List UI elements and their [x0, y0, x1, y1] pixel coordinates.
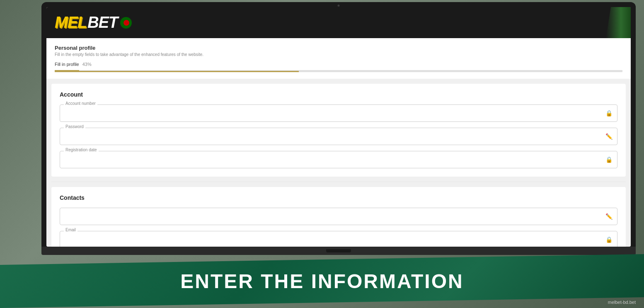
password-label: Password — [64, 124, 85, 129]
banner-text: ENTER THE INFORMATION — [180, 270, 463, 293]
lock-icon-registration: 🔒 — [605, 156, 613, 163]
laptop-base — [41, 247, 636, 255]
account-number-field: Account number 🔒 — [60, 104, 617, 122]
topbar: MEL BET — [46, 7, 631, 38]
contacts-section: Contacts ✏️ Email 🔒 ℹ — [51, 187, 626, 247]
tab-fill-profile[interactable]: Fill in profile — [55, 62, 79, 71]
laptop-screen-frame: MEL BET Personal profile Fill in the emp… — [41, 2, 636, 247]
laptop-notch — [326, 249, 351, 252]
camera-dot — [338, 5, 340, 7]
account-number-label: Account number — [64, 101, 97, 106]
registration-date-label: Registration date — [64, 148, 99, 152]
contact-field: ✏️ — [60, 208, 617, 225]
laptop-screen: MEL BET Personal profile Fill in the emp… — [46, 7, 631, 247]
logo-flag — [120, 17, 132, 29]
tabs-row: Fill in profile 43% — [55, 62, 622, 71]
progress-bar-fill — [55, 71, 299, 72]
logo-bet: BET — [87, 14, 118, 32]
password-field: Password ✏️ — [60, 128, 617, 145]
account-number-input[interactable] — [60, 104, 617, 122]
tab-percent: 43% — [82, 62, 92, 70]
screen-content: Personal profile Fill in the empty field… — [46, 38, 631, 247]
email-input[interactable] — [60, 231, 617, 247]
logo-brush-decoration — [606, 7, 631, 38]
edit-icon-password: ✏️ — [605, 133, 613, 140]
password-input[interactable] — [60, 128, 617, 145]
contacts-section-title: Contacts — [60, 194, 617, 201]
website-url: melbet-bd.bet — [608, 300, 636, 305]
section-divider — [51, 182, 626, 182]
edit-icon-contact: ✏️ — [605, 213, 613, 220]
profile-panel-header: Personal profile Fill in the empty field… — [46, 38, 631, 79]
profile-subtitle: Fill in the empty fields to take advanta… — [55, 52, 622, 57]
registration-date-field: Registration date 🔒 — [60, 151, 617, 168]
contact-input[interactable] — [60, 208, 617, 225]
email-field: Email 🔒 — [60, 231, 617, 247]
lock-icon-email: 🔒 — [605, 236, 613, 243]
profile-title: Personal profile — [55, 45, 622, 51]
lock-icon-account: 🔒 — [605, 110, 613, 116]
logo: MEL BET — [55, 14, 132, 32]
registration-date-input[interactable] — [60, 151, 617, 168]
progress-bar — [55, 71, 622, 72]
email-label: Email — [64, 228, 77, 232]
account-section: Account Account number 🔒 Password ✏️ — [51, 84, 626, 177]
logo-mel: MEL — [55, 14, 87, 32]
account-section-title: Account — [60, 91, 617, 98]
